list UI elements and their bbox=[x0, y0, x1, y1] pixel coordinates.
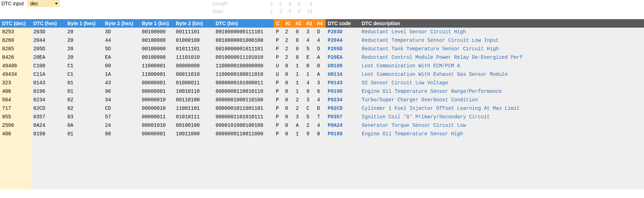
dec-cell: 2596 bbox=[0, 121, 31, 130]
dec-cell: 408 bbox=[0, 130, 31, 138]
hex-cell: 0A24 bbox=[31, 121, 65, 130]
hex-cell: 203D bbox=[31, 28, 65, 36]
byte1-hex-cell: 0A bbox=[65, 121, 103, 130]
byte1-hex-cell: C1 bbox=[65, 62, 103, 70]
byte2-hex-cell: CD bbox=[103, 104, 140, 113]
char4-cell: 4 bbox=[315, 96, 326, 104]
char2-cell: 1 bbox=[294, 79, 304, 87]
char3-cell: 2 bbox=[304, 121, 315, 130]
byte2-bin-cell: 11001101 bbox=[174, 104, 213, 113]
char4-cell: 4 bbox=[315, 121, 326, 130]
category-cell: P bbox=[274, 121, 283, 130]
dtc-code-cell: P0234 bbox=[326, 96, 360, 104]
category-cell: P bbox=[274, 36, 283, 45]
dtc-input-select[interactable]: dec bbox=[27, 0, 60, 7]
dtc-description-cell: Reductant Control Module Power Relay De-… bbox=[360, 53, 644, 62]
dtc-table: DTC (dec) DTC (hex) Byte 1 (hex) Byte 2 … bbox=[0, 19, 644, 138]
char4-cell: D bbox=[315, 45, 326, 53]
byte2-bin-cell: 00011010 bbox=[174, 70, 213, 79]
char4-cell: 8 bbox=[315, 130, 326, 138]
char1-cell: 0 bbox=[283, 121, 294, 130]
col-n4-header: #4 bbox=[315, 19, 326, 28]
byte2-hex-cell: 57 bbox=[103, 113, 140, 121]
dtc-code-cell: U011A bbox=[326, 70, 360, 79]
char4-cell: 7 bbox=[315, 113, 326, 121]
char2-cell: 0 bbox=[294, 53, 304, 62]
meta-value: 5 bbox=[285, 9, 294, 16]
category-cell: P bbox=[274, 53, 283, 62]
char2-cell: 0 bbox=[294, 28, 304, 36]
byte2-bin-cell: 00100100 bbox=[174, 121, 213, 130]
chevron-down-icon bbox=[55, 3, 58, 5]
table-row: 8260204420440010000001000100001000000100… bbox=[0, 36, 644, 45]
dtc-bin-cell: 0000000110010110 bbox=[213, 87, 274, 96]
byte2-hex-cell: 98 bbox=[103, 130, 140, 138]
dec-cell: 8426 bbox=[0, 53, 31, 62]
meta-value: 4 bbox=[285, 1, 294, 8]
hex-cell: 02CD bbox=[31, 104, 65, 113]
char1-cell: 0 bbox=[283, 104, 294, 113]
byte2-hex-cell: EA bbox=[103, 53, 140, 62]
char2-cell: 0 bbox=[294, 36, 304, 45]
col-c-header: C bbox=[274, 19, 283, 28]
char3-cell: 9 bbox=[304, 130, 315, 138]
table-row: 71702CD02CD00000010110011010000001011001… bbox=[0, 104, 644, 113]
byte2-hex-cell: 5D bbox=[103, 45, 140, 53]
col-b2h-header: Byte 2 (hex) bbox=[103, 19, 140, 28]
hex-cell: C100 bbox=[31, 62, 65, 70]
meta-value: 9 bbox=[295, 9, 303, 16]
byte2-bin-cell: 01011101 bbox=[174, 45, 213, 53]
byte2-hex-cell: 00 bbox=[103, 62, 140, 70]
dtc-bin-cell: 0010000011101010 bbox=[213, 53, 274, 62]
category-cell: U bbox=[274, 70, 283, 79]
char3-cell: E bbox=[304, 53, 315, 62]
char1-cell: 0 bbox=[283, 87, 294, 96]
dtc-bin-cell: 1100000100000000 bbox=[213, 62, 274, 70]
category-cell: P bbox=[274, 130, 283, 138]
dec-cell: 406 bbox=[0, 87, 31, 96]
hex-cell: C11A bbox=[31, 70, 65, 79]
top-bar: DTC input dec Length22444Start135913 bbox=[0, 0, 644, 16]
dtc-description-cell: Reductant Temperature Sensor Circuit Low… bbox=[360, 36, 644, 45]
meta-value: 1 bbox=[267, 9, 276, 16]
byte1-bin-cell: 00001010 bbox=[140, 121, 174, 130]
dtc-code-cell: P0A24 bbox=[326, 121, 360, 130]
byte1-bin-cell: 11000001 bbox=[140, 62, 174, 70]
col-dbin-header: DTC (bin) bbox=[213, 19, 274, 28]
byte1-hex-cell: 20 bbox=[65, 53, 103, 62]
col-n2-header: #2 bbox=[294, 19, 304, 28]
dec-cell: 855 bbox=[0, 113, 31, 121]
dtc-code-cell: P0357 bbox=[326, 113, 360, 121]
dtc-description-cell: Ignition Coil 'G' Primary/Secondary Circ… bbox=[360, 113, 644, 121]
dec-cell: 49434 bbox=[0, 70, 31, 79]
meta-value: 13 bbox=[304, 9, 315, 16]
dtc-bin-cell: 0000101000100100 bbox=[213, 121, 274, 130]
dtc-bin-cell: 1100000100011010 bbox=[213, 70, 274, 79]
table-row: 8285205D205D0010000001011101001000000101… bbox=[0, 45, 644, 53]
byte1-hex-cell: 01 bbox=[65, 130, 103, 138]
dtc-description-cell: Generator Torque Sensor Circuit Low bbox=[360, 121, 644, 130]
table-header-row: DTC (dec) DTC (hex) Byte 1 (hex) Byte 2 … bbox=[0, 19, 644, 28]
byte1-hex-cell: 20 bbox=[65, 28, 103, 36]
dtc-bin-cell: 0010000000111101 bbox=[213, 28, 274, 36]
char4-cell: A bbox=[315, 70, 326, 79]
dec-cell: 323 bbox=[0, 79, 31, 87]
char3-cell: C bbox=[304, 104, 315, 113]
table-row: 3230143014300000001010000110000000101000… bbox=[0, 79, 644, 87]
dtc-bin-cell: 0000000101000011 bbox=[213, 79, 274, 87]
byte1-bin-cell: 00000001 bbox=[140, 79, 174, 87]
char2-cell: 0 bbox=[294, 45, 304, 53]
char2-cell: 2 bbox=[294, 96, 304, 104]
byte2-hex-cell: 43 bbox=[103, 79, 140, 87]
col-code-header: DTC code bbox=[326, 19, 360, 28]
dec-cell: 717 bbox=[0, 104, 31, 113]
char4-cell: 0 bbox=[315, 62, 326, 70]
dtc-bin-cell: 0000000110011000 bbox=[213, 130, 274, 138]
hex-cell: 2044 bbox=[31, 36, 65, 45]
char1-cell: 2 bbox=[283, 53, 294, 62]
char3-cell: 3 bbox=[304, 96, 315, 104]
char1-cell: 0 bbox=[283, 113, 294, 121]
byte1-hex-cell: 20 bbox=[65, 36, 103, 45]
table-row: 25960A240A240000101000100100000010100010… bbox=[0, 121, 644, 130]
char2-cell: 1 bbox=[294, 70, 304, 79]
